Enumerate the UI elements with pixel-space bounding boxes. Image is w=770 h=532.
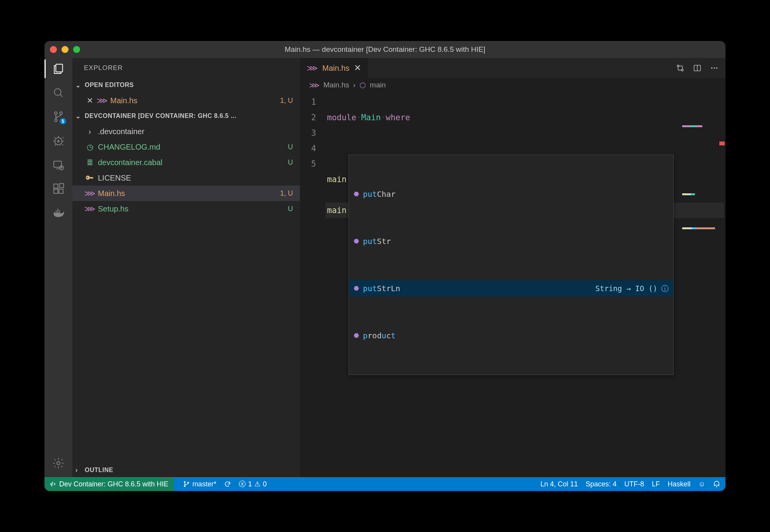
cube-icon: ⬣	[354, 328, 359, 343]
svg-rect-0	[56, 64, 62, 72]
intellisense-widget[interactable]: ⬣ putChar ⬣ putStr ⬣ putStrLn String → I…	[349, 155, 674, 375]
suggest-item[interactable]: ⬣ putStrLn String → IO ()ⓘ	[349, 280, 673, 297]
remote-indicator[interactable]: Dev Container: GHC 8.6.5 with HIE	[44, 477, 174, 491]
info-icon[interactable]: ⓘ	[661, 281, 669, 296]
close-window-button[interactable]	[50, 46, 57, 53]
code-token: where	[386, 113, 410, 122]
folder-name: .devcontainer	[98, 127, 144, 136]
line-number: 4	[300, 141, 316, 156]
svg-point-20	[184, 486, 185, 487]
svg-point-4	[55, 119, 57, 122]
sidebar-title: EXPLORER	[72, 58, 300, 78]
file-name: Main.hs	[98, 189, 125, 198]
open-editor-name: Main.hs	[110, 96, 137, 105]
cube-icon: ⬣	[354, 234, 359, 249]
debug-activity-icon[interactable]	[51, 134, 65, 148]
svg-point-3	[55, 112, 57, 114]
open-editors-tree: ✕ ⋙ Main.hs 1, U	[72, 92, 300, 109]
compare-changes-icon[interactable]	[676, 64, 684, 72]
source-control-activity-icon[interactable]: 5	[51, 110, 65, 124]
folder-item[interactable]: › .devcontainer	[72, 124, 300, 139]
maximize-window-button[interactable]	[73, 46, 80, 53]
indentation[interactable]: Spaces: 4	[586, 480, 617, 488]
workspace-label: DEVCONTAINER [DEV CONTAINER: GHC 8.6.5 .…	[85, 113, 236, 119]
svg-point-21	[188, 482, 189, 483]
lines-icon: ≣	[86, 158, 94, 167]
explorer-activity-icon[interactable]	[51, 62, 65, 76]
haskell-file-icon: ⋙	[98, 96, 106, 105]
file-item[interactable]: ⋙ Main.hs 1, U	[72, 186, 300, 201]
svg-point-17	[714, 67, 715, 68]
explorer-sidebar: EXPLORER ⌄ OPEN EDITORS ✕ ⋙ Main.hs 1, U…	[72, 58, 300, 477]
file-item[interactable]: 🔑︎ LICENSE	[72, 170, 300, 186]
svg-point-16	[711, 67, 712, 68]
open-editors-label: OPEN EDITORS	[85, 82, 134, 89]
file-status: U	[288, 159, 293, 167]
file-status: U	[288, 143, 293, 151]
file-status: U	[288, 205, 293, 213]
editor-body[interactable]: 1 2 3 4 5 module·Main·where main·::·IO·(…	[300, 92, 726, 477]
warning-icon: ⚠	[254, 480, 260, 488]
eol[interactable]: LF	[652, 480, 660, 488]
feedback-icon[interactable]: ☺	[698, 480, 705, 488]
cursor-position[interactable]: Ln 4, Col 11	[540, 480, 578, 488]
file-item[interactable]: ⋙ Setup.hs U	[72, 201, 300, 217]
svg-rect-9	[54, 189, 58, 193]
suggest-label: product	[363, 328, 395, 343]
line-number: 1	[300, 94, 316, 110]
error-marker[interactable]	[719, 142, 725, 145]
docker-activity-icon[interactable]	[51, 206, 65, 220]
cube-icon: ⬣	[354, 186, 359, 202]
code-content[interactable]: module·Main·where main·::·IO·() main·=·p…	[327, 92, 726, 477]
key-icon: 🔑︎	[86, 174, 94, 182]
haskell-file-icon: ⋙	[86, 189, 94, 198]
settings-gear-icon[interactable]	[51, 456, 65, 470]
suggest-item[interactable]: ⬣ product	[349, 327, 673, 344]
search-activity-icon[interactable]	[51, 86, 65, 100]
sync-button[interactable]	[224, 481, 231, 488]
remote-label: Dev Container: GHC 8.6.5 with HIE	[59, 480, 168, 488]
svg-point-12	[57, 462, 60, 465]
file-name: CHANGELOG.md	[98, 143, 160, 152]
breadcrumb[interactable]: ⋙ Main.hs › ⬡ main	[300, 78, 726, 92]
workspace-header[interactable]: ⌄ DEVCONTAINER [DEV CONTAINER: GHC 8.6.5…	[72, 109, 300, 123]
svg-point-13	[677, 65, 679, 67]
line-numbers: 1 2 3 4 5	[300, 92, 327, 477]
minimize-window-button[interactable]	[62, 46, 68, 53]
tab-main-hs[interactable]: ⋙ Main.hs ✕	[300, 58, 368, 78]
open-editor-item[interactable]: ✕ ⋙ Main.hs 1, U	[72, 93, 300, 108]
remote-explorer-activity-icon[interactable]	[51, 158, 65, 172]
file-status: 1, U	[280, 189, 293, 198]
tab-label: Main.hs	[322, 64, 349, 73]
close-icon[interactable]: ✕	[86, 96, 94, 105]
language-mode[interactable]: Haskell	[668, 480, 691, 488]
breadcrumb-symbol: main	[370, 81, 386, 89]
file-item[interactable]: ≣ devcontainer.cabal U	[72, 155, 300, 170]
outline-header[interactable]: › OUTLINE	[72, 463, 300, 477]
haskell-file-icon: ⋙	[86, 204, 94, 213]
extensions-activity-icon[interactable]	[51, 182, 65, 196]
breadcrumb-separator: ›	[353, 81, 356, 89]
split-editor-icon[interactable]	[693, 64, 702, 72]
svg-rect-8	[54, 184, 58, 188]
close-tab-icon[interactable]: ✕	[354, 63, 361, 73]
svg-point-19	[184, 481, 185, 483]
window-title: Main.hs — devcontainer [Dev Container: G…	[285, 45, 486, 54]
problems-indicator[interactable]: ⓧ 1 ⚠ 0	[239, 479, 267, 489]
activity-bar: 5	[44, 58, 72, 477]
svg-rect-11	[60, 184, 64, 188]
tab-actions	[676, 58, 726, 78]
branch-indicator[interactable]: master*	[183, 480, 216, 488]
open-editors-header[interactable]: ⌄ OPEN EDITORS	[72, 78, 300, 92]
suggest-item[interactable]: ⬣ putStr	[349, 233, 673, 249]
notifications-icon[interactable]	[713, 481, 720, 488]
minimap[interactable]	[682, 94, 721, 110]
open-editor-status: 1, U	[280, 97, 293, 105]
more-actions-icon[interactable]	[710, 64, 719, 72]
body-area: 5 EXPLORER ⌄ OPEN EDITORS	[44, 58, 726, 477]
file-item[interactable]: ◷ CHANGELOG.md U	[72, 139, 300, 155]
chevron-down-icon: ⌄	[75, 113, 83, 120]
suggest-item[interactable]: ⬣ putChar	[349, 186, 673, 202]
file-tree: › .devcontainer ◷ CHANGELOG.md U ≣ devco…	[72, 123, 300, 217]
encoding[interactable]: UTF-8	[625, 480, 644, 488]
